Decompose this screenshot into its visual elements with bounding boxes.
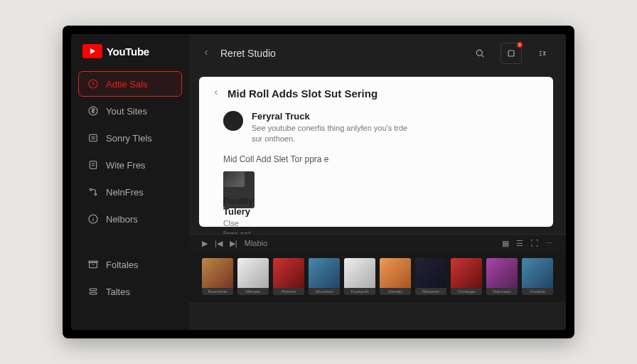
content-panel: Mid Roll Adds Slot Sut Sering Feryral Tr… xyxy=(199,77,553,227)
info-card-1[interactable]: Feryral Truck See youtube conerfis thing… xyxy=(223,111,540,144)
youtube-logo-icon xyxy=(82,44,102,58)
prev-button[interactable]: |◀ xyxy=(215,239,223,248)
info-icon xyxy=(87,213,99,225)
video-thumb[interactable]: Wocalred xyxy=(309,258,340,295)
svg-rect-2 xyxy=(90,134,97,141)
sidebar-item-label: NelnFres xyxy=(106,187,144,198)
sidebar-item-0[interactable]: Adtie Sals xyxy=(78,71,182,97)
sidebar-item-label: Nelbors xyxy=(106,214,138,225)
back-button[interactable] xyxy=(202,47,210,60)
notification-badge: 3 xyxy=(516,41,523,48)
card-subtitle: See youtube conerfis thing anlyfen you's… xyxy=(252,123,415,144)
sidebar-item-label: Taltes xyxy=(106,287,130,297)
sidebar-item-5[interactable]: Nelbors xyxy=(78,206,182,232)
svg-point-4 xyxy=(90,188,92,191)
monitor-frame: YouTube Adtie Sals Yout Sites Sonry Tlel… xyxy=(63,26,574,338)
svg-point-5 xyxy=(95,193,97,196)
sidebar-item-1[interactable]: Yout Sites xyxy=(78,98,182,124)
info-card-2[interactable]: Pantlly Tulery Clse lirgn cat 7t ohsodic… xyxy=(223,171,255,208)
video-thumb[interactable]: Buscribne xyxy=(202,258,233,295)
video-thumb[interactable]: Hisakita xyxy=(522,258,553,295)
sidebar-item-7[interactable]: Taltes xyxy=(78,279,182,304)
page-icon xyxy=(87,159,99,171)
fullscreen-button[interactable]: ⛶ xyxy=(530,239,538,248)
thumbnail-icon xyxy=(223,171,245,187)
sidebar-item-label: Wite Fres xyxy=(106,160,146,171)
list-icon xyxy=(87,132,99,144)
video-thumb[interactable]: Rastacer xyxy=(415,258,446,295)
more-button[interactable]: ⋯ xyxy=(545,239,553,248)
player-bar: ▶ |◀ ▶| Mlabio ▦ ☰ ⛶ ⋯ xyxy=(189,234,566,252)
card-body: Feryral Truck See youtube conerfis thing… xyxy=(252,111,415,144)
svg-rect-8 xyxy=(90,289,96,291)
section-label: Mid Coll Add Slet Tor ppra e xyxy=(223,154,540,164)
dollar-icon xyxy=(87,105,99,117)
video-thumb[interactable]: Fookauth xyxy=(344,258,375,295)
stack-icon xyxy=(87,286,99,297)
archive-icon xyxy=(87,259,99,270)
settings-button[interactable] xyxy=(532,43,553,64)
svg-point-10 xyxy=(476,50,482,55)
video-thumb[interactable]: Nalocado xyxy=(486,258,518,295)
video-thumb[interactable]: Retince xyxy=(273,258,304,295)
next-button[interactable]: ▶| xyxy=(230,239,237,248)
notifications-button[interactable]: 3 xyxy=(500,43,522,64)
grid-view-button[interactable]: ▦ xyxy=(502,239,509,248)
sidebar-item-label: Adtie Sals xyxy=(106,79,148,90)
video-thumb[interactable]: Menare xyxy=(237,258,269,295)
video-thumb[interactable]: Ouratoge xyxy=(451,258,482,295)
video-thumb[interactable]: Garcaly xyxy=(380,258,411,295)
player-time-label: Mlabio xyxy=(245,239,267,247)
download-icon xyxy=(223,111,243,131)
card-title: Feryral Truck xyxy=(252,111,415,122)
flow-icon xyxy=(87,186,99,198)
sidebar-item-label: Sonry Tlels xyxy=(106,133,152,144)
svg-rect-3 xyxy=(90,161,96,169)
panel-title: Mid Roll Adds Slot Sut Sering xyxy=(228,87,378,100)
sidebar-item-4[interactable]: NelnFres xyxy=(78,179,182,205)
sidebar-item-3[interactable]: Wite Fres xyxy=(78,152,182,178)
brand-name: YouTube xyxy=(107,46,149,58)
thumbnail-strip: Buscribne Menare Retince Wocalred Fookau… xyxy=(189,252,566,302)
clock-icon xyxy=(87,78,99,90)
logo-row[interactable]: YouTube xyxy=(71,34,189,68)
card-title: Pantlly Tulery xyxy=(223,196,255,217)
topbar: Reret Studio 3 xyxy=(189,34,566,73)
sidebar-item-label: Yout Sites xyxy=(106,106,147,117)
search-button[interactable] xyxy=(469,43,491,64)
svg-rect-9 xyxy=(90,292,96,294)
app-screen: YouTube Adtie Sals Yout Sites Sonry Tlel… xyxy=(71,34,566,330)
main-area: Reret Studio 3 Mid Roll A xyxy=(189,34,566,330)
sidebar-item-6[interactable]: Foltales xyxy=(78,252,182,277)
list-view-button[interactable]: ☰ xyxy=(516,239,523,248)
svg-rect-11 xyxy=(508,50,514,56)
sidebar-item-2[interactable]: Sonry Tlels xyxy=(78,125,182,151)
svg-rect-7 xyxy=(90,262,97,267)
panel-back-button[interactable] xyxy=(212,87,220,100)
sidebar-nav: Adtie Sals Yout Sites Sonry Tlels Wite F… xyxy=(71,68,189,307)
sidebar: YouTube Adtie Sals Yout Sites Sonry Tlel… xyxy=(71,34,189,330)
sidebar-item-label: Foltales xyxy=(106,259,139,270)
play-button[interactable]: ▶ xyxy=(202,239,208,248)
panel-header: Mid Roll Adds Slot Sut Sering xyxy=(212,87,540,100)
breadcrumb: Reret Studio xyxy=(220,48,276,59)
